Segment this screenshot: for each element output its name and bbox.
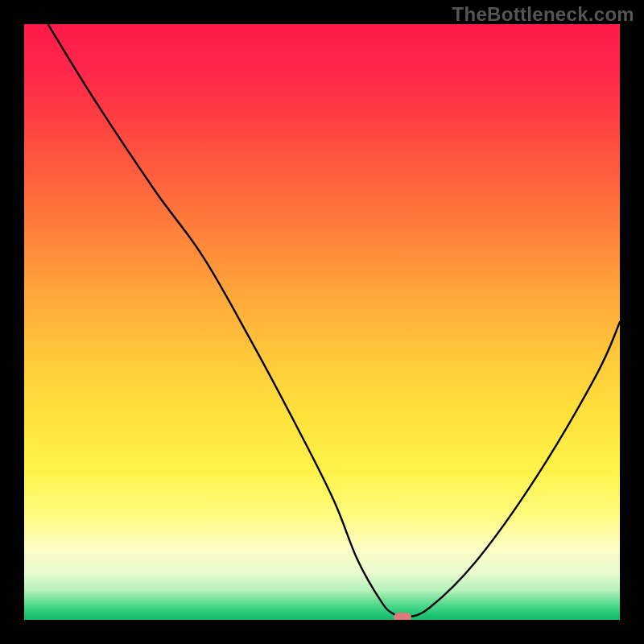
watermark-text: TheBottleneck.com [452, 3, 634, 26]
chart-frame: TheBottleneck.com [0, 0, 644, 644]
minimum-marker [394, 613, 411, 620]
bottleneck-curve [24, 24, 620, 620]
plot-area [24, 24, 620, 620]
